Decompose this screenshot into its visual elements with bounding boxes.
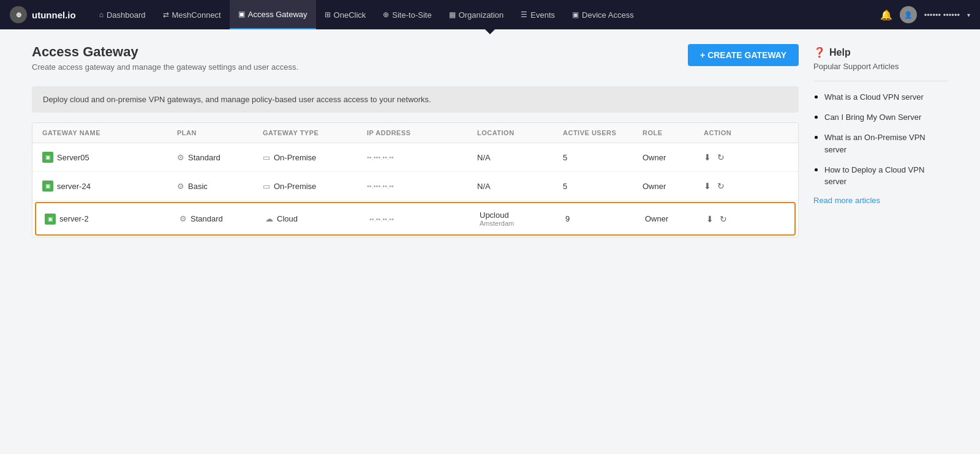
gateway-type-icon-2: ☁ — [265, 214, 273, 223]
plan-icon-0: ⚙ — [177, 153, 184, 162]
gateway-type-0: On-Premise — [274, 153, 316, 162]
logo-icon: ⊕ — [10, 6, 27, 23]
page-title: Access Gateway — [32, 44, 298, 60]
nav-items: ⌂ Dashboard⇄ MeshConnect▣ Access Gateway… — [91, 0, 880, 29]
help-article-item-2: What is an On-Premise VPN server — [824, 132, 948, 155]
role-2: Owner — [645, 214, 668, 223]
gateway-table: GATEWAY NAMEPLANGATEWAY TYPEIP ADDRESSLO… — [32, 122, 799, 237]
location-main-1: N/A — [477, 182, 491, 191]
info-banner-text: Deploy cloud and on-premise VPN gateways… — [43, 95, 431, 104]
cell-actions-2: ⬇ ↻ — [706, 214, 767, 224]
cell-role-2: Owner — [645, 214, 706, 223]
nav-right: 🔔 👤 •••••• •••••• ▾ — [880, 6, 970, 23]
sidebar-item-meshconnect[interactable]: ⇄ MeshConnect — [154, 0, 230, 29]
location-main-2: Upcloud — [480, 210, 514, 220]
username[interactable]: •••••• •••••• — [924, 10, 960, 20]
help-icon: ❓ — [813, 47, 826, 58]
help-article-link-3[interactable]: How to Deploy a Cloud VPN server — [824, 165, 924, 186]
cell-ip-0: ••.•••.••.•• — [367, 154, 477, 161]
cell-actions-0: ⬇ ↻ — [704, 152, 765, 162]
sidebar-item-organization[interactable]: ▦ Organization — [440, 0, 513, 29]
col-header-location: LOCATION — [477, 129, 563, 136]
role-0: Owner — [643, 153, 666, 162]
table-row[interactable]: ▣ Server05 ⚙ Standard ▭ On-Premise ••.••… — [32, 143, 798, 172]
plan-icon-1: ⚙ — [177, 182, 184, 191]
navbar: ⊕ utunnel.io ⌂ Dashboard⇄ MeshConnect▣ A… — [0, 0, 980, 29]
refresh-icon-2[interactable]: ↻ — [720, 214, 727, 224]
gateway-name-1: server-24 — [57, 182, 91, 191]
cell-location-0: N/A — [477, 153, 563, 162]
plan-icon-2: ⚙ — [179, 214, 187, 223]
help-articles: What is a Cloud VPN serverCan I Bring My… — [813, 91, 948, 187]
table-row[interactable]: ▣ server-2 ⚙ Standard ☁ Cloud ••.••.••.•… — [35, 202, 796, 236]
dashboard-icon: ⌂ — [99, 10, 104, 19]
create-gateway-button[interactable]: + CREATE GATEWAY — [688, 44, 799, 66]
avatar: 👤 — [900, 6, 917, 23]
help-article-link-1[interactable]: Can I Bring My Own Server — [824, 113, 921, 122]
meshconnect-icon: ⇄ — [163, 10, 169, 19]
active-nav-arrow — [485, 29, 495, 34]
nav-label-dashboard: Dashboard — [107, 10, 146, 20]
download-icon-1[interactable]: ⬇ — [704, 181, 711, 191]
location-cell-0: N/A — [477, 153, 491, 162]
cell-location-2: Upcloud Amsterdam — [480, 210, 565, 227]
ip-address-2: ••.••.••.•• — [369, 215, 394, 223]
content-area: Access Gateway Create access gateway and… — [32, 44, 799, 237]
sidebar-item-oneclick[interactable]: ⊞ OneClick — [316, 0, 375, 29]
page-subtitle: Create access gateway and manage the gat… — [32, 62, 298, 72]
user-menu-caret[interactable]: ▾ — [967, 12, 970, 18]
help-divider — [813, 81, 948, 81]
gateway-type-icon-0: ▭ — [263, 153, 270, 162]
page-title-group: Access Gateway Create access gateway and… — [32, 44, 298, 72]
sidebar-item-dashboard[interactable]: ⌂ Dashboard — [91, 0, 154, 29]
nav-label-organization: Organization — [459, 10, 504, 20]
ip-address-0: ••.•••.••.•• — [367, 154, 394, 161]
cell-name-2: ▣ server-2 — [45, 214, 179, 225]
help-title-text: Help — [829, 47, 851, 58]
cell-type-1: ▭ On-Premise — [263, 182, 367, 191]
server-status-icon-0: ▣ — [42, 152, 53, 163]
location-sub-2: Amsterdam — [480, 220, 514, 227]
refresh-icon-0[interactable]: ↻ — [717, 152, 725, 162]
help-panel: ❓ Help Popular Support Articles What is … — [813, 44, 948, 207]
active-users-0: 5 — [563, 153, 567, 162]
plan-name-0: Standard — [188, 153, 221, 162]
access-gateway-icon: ▣ — [238, 10, 245, 18]
site-to-site-icon: ⊕ — [383, 10, 389, 19]
app-logo[interactable]: ⊕ utunnel.io — [10, 6, 76, 23]
help-article-item-1: Can I Bring My Own Server — [824, 111, 948, 123]
cell-users-0: 5 — [563, 153, 643, 162]
cell-type-0: ▭ On-Premise — [263, 153, 367, 162]
cell-type-2: ☁ Cloud — [265, 214, 369, 223]
help-article-link-0[interactable]: What is a Cloud VPN server — [824, 92, 924, 102]
read-more-link[interactable]: Read more articles — [813, 196, 948, 205]
col-header-gateway-type: GATEWAY TYPE — [263, 129, 367, 136]
gateway-name-2: server-2 — [59, 214, 89, 223]
organization-icon: ▦ — [449, 10, 456, 19]
cell-role-1: Owner — [643, 182, 704, 191]
table-row[interactable]: ▣ server-24 ⚙ Basic ▭ On-Premise ••.•••.… — [32, 172, 798, 201]
sidebar-item-access-gateway[interactable]: ▣ Access Gateway — [230, 0, 316, 29]
refresh-icon-1[interactable]: ↻ — [717, 181, 725, 191]
notification-bell[interactable]: 🔔 — [880, 9, 892, 21]
active-users-1: 5 — [563, 182, 567, 191]
popular-label: Popular Support Articles — [813, 62, 948, 71]
cell-location-1: N/A — [477, 182, 563, 191]
sidebar-item-device-access[interactable]: ▣ Device Access — [564, 0, 643, 29]
help-article-link-2[interactable]: What is an On-Premise VPN server — [824, 133, 925, 154]
cell-plan-1: ⚙ Basic — [177, 182, 263, 191]
help-title: ❓ Help — [813, 47, 948, 58]
download-icon-2[interactable]: ⬇ — [706, 214, 714, 224]
sidebar-item-site-to-site[interactable]: ⊕ Site-to-Site — [374, 0, 440, 29]
info-banner: Deploy cloud and on-premise VPN gateways… — [32, 86, 799, 113]
logo-text: utunnel.io — [32, 10, 76, 20]
ip-address-1: ••.•••.••.•• — [367, 182, 394, 190]
nav-label-meshconnect: MeshConnect — [172, 10, 221, 20]
sidebar-item-events[interactable]: ☰ Events — [512, 0, 564, 29]
location-main-0: N/A — [477, 153, 491, 162]
location-cell-1: N/A — [477, 182, 491, 191]
download-icon-0[interactable]: ⬇ — [704, 152, 711, 162]
device-access-icon: ▣ — [572, 10, 579, 19]
cell-name-0: ▣ Server05 — [42, 152, 177, 163]
gateway-type-1: On-Premise — [274, 182, 316, 191]
